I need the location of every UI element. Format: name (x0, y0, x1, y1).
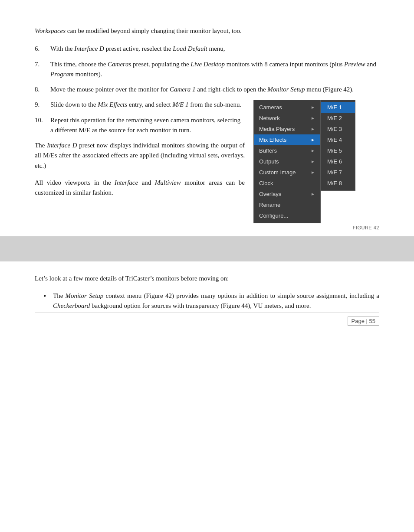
menu-label-configure: Configure... (259, 212, 288, 219)
step-10-number: 10. (35, 115, 50, 125)
outputs-arrow: ► (311, 159, 315, 164)
custom-image-arrow: ► (311, 170, 315, 175)
overlays-arrow: ► (311, 192, 315, 196)
menu-label-cameras: Cameras (259, 104, 282, 111)
menu-label-clock: Clock (259, 180, 273, 186)
figure-42-area: Cameras ► Network ► Media Players ► Mix … (253, 100, 379, 230)
bullet-section: Let’s look at a few more details of TriC… (35, 274, 379, 311)
menu-label-buffers: Buffers (259, 147, 277, 154)
menu-item-custom-image[interactable]: Custom Image ► (254, 167, 320, 178)
menu-item-rename[interactable]: Rename (254, 199, 320, 210)
submenu-item-me7[interactable]: M/E 7 (321, 167, 355, 178)
bullet-intro: Let’s look at a few more details of TriC… (35, 274, 379, 284)
submenu-item-me4[interactable]: M/E 4 (321, 134, 355, 145)
intro-paragraph: Workspaces can be modified beyond simply… (35, 26, 379, 36)
page-container: Workspaces can be modified beyond simply… (0, 0, 414, 343)
step-8-text: Move the mouse pointer over the monitor … (50, 85, 379, 95)
step-9-text: Slide down to the Mix Effects entry, and… (50, 100, 245, 110)
left-column: 9. Slide down to the Mix Effects entry, … (35, 100, 245, 205)
submenu-item-me2[interactable]: M/E 2 (321, 113, 355, 124)
page-number: Page | 55 (348, 317, 379, 326)
menu-item-buffers[interactable]: Buffers ► (254, 145, 320, 156)
bottom-area: Page | 55 (0, 313, 414, 326)
menu-label-rename: Rename (259, 202, 280, 208)
menu-item-mix-effects[interactable]: Mix Effects ► (254, 134, 320, 145)
bullet-item-1: • The Monitor Setup context menu (Figure… (43, 291, 379, 311)
bottom-rule (35, 313, 379, 313)
step-9: 9. Slide down to the Mix Effects entry, … (35, 100, 245, 110)
menu-item-cameras[interactable]: Cameras ► (254, 102, 320, 113)
context-menu-figure: Cameras ► Network ► Media Players ► Mix … (253, 100, 379, 223)
gray-box (0, 236, 414, 261)
submenu-item-me3[interactable]: M/E 3 (321, 124, 355, 134)
bullet-list: • The Monitor Setup context menu (Figure… (43, 291, 379, 311)
step-10-text: Repeat this operation for the remaining … (50, 115, 245, 136)
step-9-number: 9. (35, 100, 50, 110)
submenu-item-me8[interactable]: M/E 8 (321, 178, 355, 189)
menu-label-outputs: Outputs (259, 158, 279, 165)
buffers-arrow: ► (311, 148, 315, 153)
step-7-text: This time, choose the Cameras preset, po… (50, 59, 379, 80)
step-8-number: 8. (35, 85, 50, 95)
menu-label-custom-image: Custom Image (259, 169, 296, 176)
media-players-arrow: ► (311, 127, 315, 131)
step-6-text: With the Interface D preset active, rese… (50, 44, 379, 54)
submenu-item-me6[interactable]: M/E 6 (321, 156, 355, 167)
menu-item-overlays[interactable]: Overlays ► (254, 189, 320, 199)
all-video-para: All video viewports in the Interface and… (35, 178, 245, 198)
menu-item-network[interactable]: Network ► (254, 113, 320, 124)
context-menu: Cameras ► Network ► Media Players ► Mix … (253, 100, 321, 223)
bullet-dot-1: • (43, 290, 53, 303)
menu-item-media-players[interactable]: Media Players ► (254, 124, 320, 134)
submenu-item-me5[interactable]: M/E 5 (321, 145, 355, 156)
mix-effects-arrow: ► (311, 137, 315, 142)
step-7-number: 7. (35, 59, 50, 69)
menu-item-outputs[interactable]: Outputs ► (254, 156, 320, 167)
cameras-arrow: ► (311, 105, 315, 110)
bullet-content-1: The Monitor Setup context menu (Figure 4… (53, 291, 379, 311)
menu-label-network: Network (259, 115, 280, 121)
menu-item-configure[interactable]: Configure... (254, 210, 320, 221)
menu-label-mix-effects: Mix Effects (259, 137, 286, 143)
interface-d-para: The Interface D preset now displays indi… (35, 140, 245, 171)
step-6-number: 6. (35, 44, 50, 54)
submenu-item-me1[interactable]: M/E 1 (321, 102, 355, 113)
two-column-section: 9. Slide down to the Mix Effects entry, … (35, 100, 379, 230)
figure-caption: FIGURE 42 (253, 225, 379, 230)
step-8: 8. Move the mouse pointer over the monit… (35, 85, 379, 95)
step-6: 6. With the Interface D preset active, r… (35, 44, 379, 54)
menu-label-overlays: Overlays (259, 191, 281, 197)
network-arrow: ► (311, 116, 315, 121)
submenu-mix-effects: M/E 1 M/E 2 M/E 3 M/E 4 M/E 5 M/E 6 M/E … (321, 100, 355, 191)
menu-item-clock[interactable]: Clock (254, 178, 320, 189)
menu-label-media-players: Media Players (259, 126, 295, 132)
step-10: 10. Repeat this operation for the remain… (35, 115, 245, 136)
step-7: 7. This time, choose the Cameras preset,… (35, 59, 379, 80)
